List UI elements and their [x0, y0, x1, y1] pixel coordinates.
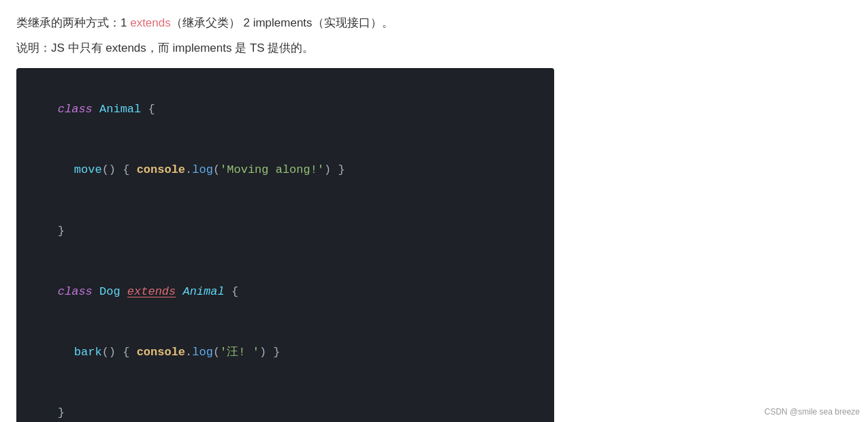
brace-close-2: } [58, 406, 65, 419]
code-line-class-dog: class Dog extends Animal { [30, 261, 541, 322]
brace-open-1: { [148, 103, 155, 116]
code-line-close-2: } [30, 383, 541, 422]
classname-dog: Dog [93, 285, 127, 298]
watermark: CSDN @smile sea breeze [765, 407, 860, 417]
classname-animal: Animal [93, 103, 148, 116]
intro-extends-keyword: extends [130, 16, 171, 29]
paren-log-2: ( [213, 346, 220, 359]
keyword-class-2: class [58, 285, 93, 298]
string-bark: '汪! ' [220, 346, 259, 359]
paren-bark: () [102, 346, 116, 359]
log-1: log [192, 163, 213, 176]
animal-inherit: Animal [176, 285, 224, 298]
intro-line2: 说明：JS 中只有 extends，而 implements 是 TS 提供的。 [16, 39, 852, 57]
code-line-class-animal: class Animal { [30, 79, 541, 140]
console-2: console [137, 346, 185, 359]
method-bark: bark [74, 346, 102, 359]
paren-close-1: ) } [324, 163, 345, 176]
console-1: console [137, 163, 185, 176]
paren-log-1: ( [213, 163, 220, 176]
code-line-move: move() { console.log('Moving along!') } [30, 140, 541, 201]
extends-keyword: extends [127, 285, 176, 298]
intro-prefix: 类继承的两种方式：1 [16, 16, 130, 29]
code-line-close-1: } [30, 201, 541, 261]
paren-move: () [102, 163, 116, 176]
method-move: move [74, 163, 102, 176]
paren-close-2: ) } [259, 346, 280, 359]
log-2: log [192, 346, 213, 359]
brace-close-1: } [58, 225, 65, 238]
space-move: { [116, 163, 137, 176]
brace-open-2: { [225, 285, 238, 298]
intro-line1: 类继承的两种方式：1 extends（继承父类） 2 implements（实现… [16, 14, 852, 32]
intro-middle: （继承父类） 2 implements（实现接口）。 [171, 16, 393, 29]
string-moving: 'Moving along!' [220, 163, 324, 176]
dot-2: . [185, 346, 192, 359]
code-block: class Animal { move() { console.log('Mov… [16, 68, 554, 422]
space-bark: { [116, 346, 137, 359]
dot-1: . [185, 163, 192, 176]
code-line-bark: bark() { console.log('汪! ') } [30, 322, 541, 383]
keyword-class-1: class [58, 103, 93, 116]
